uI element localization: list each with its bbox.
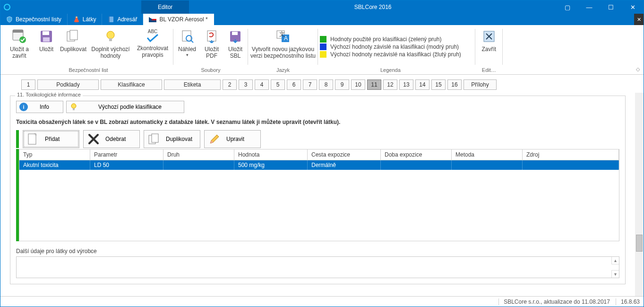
svg-rect-0	[76, 17, 77, 18]
save-sbl-button[interactable]: Uložit SBL	[224, 27, 246, 66]
check-icon	[145, 34, 160, 43]
close-button[interactable]: ✕	[622, 0, 644, 14]
sbl-icon	[228, 29, 243, 44]
window-controls: ▢ — ☐ ✕	[557, 0, 644, 14]
save-and-close-button[interactable]: Uložit a zavřít	[5, 27, 34, 66]
ribbon-label: Vytvořit novou jazykovou verzi bezpečnos…	[250, 46, 316, 60]
info-icon: i	[19, 103, 28, 111]
tab-close-button[interactable]: ✕	[634, 14, 644, 25]
save-pdf-button[interactable]: Uložit PDF	[201, 27, 223, 66]
section-button-klasifikace[interactable]: Klasifikace	[101, 79, 162, 90]
scroll-up-button[interactable]: ▲	[611, 257, 619, 264]
svg-line-15	[191, 40, 193, 43]
section-button-16[interactable]: 16	[447, 79, 462, 90]
vertical-scrollbar[interactable]	[635, 93, 644, 296]
tab-address-book[interactable]: Adresář	[102, 14, 143, 25]
close-editor-button[interactable]: Zavřít	[477, 27, 501, 66]
ribbon-collapse-button[interactable]: ◇	[636, 66, 640, 72]
svg-rect-2	[109, 17, 110, 22]
tab-active-document[interactable]: BL VZOR Aerosol *	[143, 14, 214, 25]
content-area: 11. Toxikologické informace i Info Výcho…	[0, 93, 644, 296]
tab-substances[interactable]: Látky	[68, 14, 103, 25]
svg-point-5	[19, 36, 26, 43]
duplicate-button[interactable]: Duplikovat	[59, 27, 87, 66]
maximize-button[interactable]: ☐	[600, 0, 622, 14]
tab-label: Adresář	[117, 16, 137, 23]
column-header[interactable]: Druh	[163, 149, 234, 160]
save-button[interactable]: Uložit	[35, 27, 57, 66]
section-button-15[interactable]: 15	[431, 79, 446, 90]
additional-info-textarea[interactable]: ▲ ▼	[16, 256, 619, 278]
context-tab-editor[interactable]: Editor	[141, 0, 189, 14]
section-button-2[interactable]: 2	[223, 79, 237, 90]
defaults-by-classification-button[interactable]: Výchozí podle klasifikace	[66, 101, 184, 113]
svg-point-24	[71, 104, 76, 108]
czech-flag-icon	[149, 17, 156, 22]
scrollbar-thumb[interactable]	[636, 235, 643, 252]
section-button-12[interactable]: 12	[383, 79, 397, 90]
table-cell: Dermálně	[308, 160, 381, 170]
spellcheck-button[interactable]: ABC Zkontrolovat pravopis	[134, 27, 172, 66]
legend-text: Hodnoty použité pro klasifikaci (zelený …	[330, 36, 441, 43]
preview-button[interactable]: Náhled ▾	[175, 27, 199, 66]
title-bar: Editor SBLCore 2016 ▢ — ☐ ✕	[0, 0, 644, 14]
column-header[interactable]: Zdroj	[523, 149, 619, 160]
section-button-10[interactable]: 10	[351, 79, 365, 90]
button-label: Info	[33, 104, 56, 110]
section-button-14[interactable]: 14	[415, 79, 429, 90]
minimize-button[interactable]: —	[578, 0, 600, 14]
table-row[interactable]: Akutní toxicitaLD 50500 mg/kgDermálně	[19, 160, 619, 170]
section-button-přílohy[interactable]: Přílohy	[464, 79, 497, 90]
section-button-etiketa[interactable]: Etiketa	[164, 79, 221, 90]
button-label: Výchozí podle klasifikace	[83, 104, 177, 110]
column-header[interactable]: Typ	[19, 149, 90, 160]
section-button-podklady[interactable]: Podklady	[37, 79, 99, 90]
section-button-9[interactable]: 9	[335, 79, 349, 90]
section-button-6[interactable]: 6	[287, 79, 301, 90]
column-header[interactable]: Hodnota	[234, 149, 308, 160]
info-button[interactable]: i Info	[16, 101, 63, 113]
column-header[interactable]: Metoda	[452, 149, 523, 160]
button-label: Upravit	[226, 136, 244, 142]
toxicity-table[interactable]: TypParametrDruhHodnotaCesta expoziceDoba…	[19, 149, 619, 241]
window-options-button[interactable]: ▢	[557, 0, 578, 14]
tab-label: BL VZOR Aerosol *	[159, 16, 207, 23]
app-window: Editor SBLCore 2016 ▢ — ☐ ✕ Bezpečnostní…	[0, 0, 644, 307]
edit-button[interactable]: Upravit	[204, 130, 261, 148]
tab-safety-sheets[interactable]: Bezpečnostní listy	[0, 14, 68, 25]
column-header[interactable]: Doba expozice	[381, 149, 452, 160]
tab-label: Látky	[83, 16, 96, 23]
table-header: TypParametrDruhHodnotaCesta expoziceDoba…	[19, 149, 619, 160]
column-header[interactable]: Parametr	[90, 149, 163, 160]
flask-icon	[73, 16, 80, 23]
section-button-8[interactable]: 8	[319, 79, 333, 90]
duplicate-row-button[interactable]: Duplikovat	[144, 130, 200, 148]
ribbon-label: Uložit SBL	[224, 46, 246, 60]
classification-strip	[16, 130, 19, 148]
column-header[interactable]: Cesta expozice	[308, 149, 381, 160]
section-button-5[interactable]: 5	[271, 79, 285, 90]
ribbon-label: Náhled	[178, 46, 196, 53]
section-button-4[interactable]: 4	[255, 79, 269, 90]
button-label: Odebrat	[105, 136, 126, 142]
section-11-panel: 11. Toxikologické informace i Info Výcho…	[10, 96, 626, 284]
fill-defaults-button[interactable]: Doplnit výchozí hodnoty	[89, 27, 132, 66]
section-button-7[interactable]: 7	[303, 79, 317, 90]
scroll-down-button[interactable]: ▼	[611, 270, 619, 278]
ribbon-group-sheet: Uložit a zavřít Uložit Duplikovat	[3, 27, 173, 74]
section-button-1[interactable]: 1	[21, 79, 35, 90]
svg-rect-4	[13, 30, 23, 33]
new-language-version-button[interactable]: 文A Vytvořit novou jazykovou verzi bezpeč…	[250, 27, 316, 66]
svg-rect-26	[28, 134, 36, 144]
status-bar: SBLCore s.r.o., aktualizace do 11.08.201…	[0, 296, 644, 307]
table-cell	[163, 160, 234, 170]
table-empty-area[interactable]	[19, 170, 619, 241]
delete-icon	[87, 133, 100, 145]
add-button[interactable]: Přidat	[23, 130, 79, 148]
remove-button[interactable]: Odebrat	[83, 130, 140, 148]
shield-icon	[6, 16, 13, 23]
section-button-3[interactable]: 3	[239, 79, 253, 90]
section-button-11[interactable]: 11	[367, 79, 381, 90]
pencil-icon	[208, 133, 221, 145]
section-button-13[interactable]: 13	[399, 79, 413, 90]
